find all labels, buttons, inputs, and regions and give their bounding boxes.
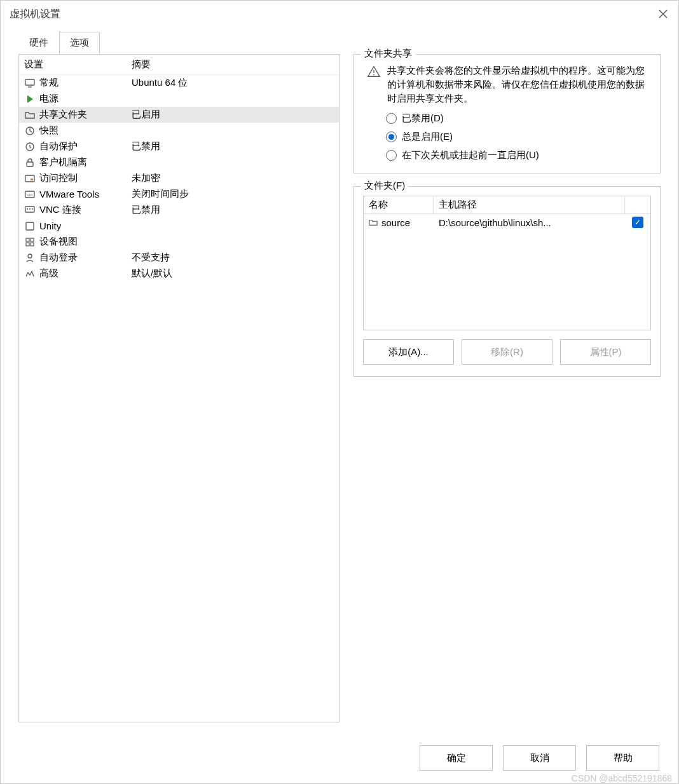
folder-sharing-label: 文件夹共享: [360, 48, 416, 60]
folder-icon: [369, 218, 378, 227]
settings-row[interactable]: 客户机隔离: [19, 154, 339, 170]
radio-always[interactable]: 总是启用(E): [386, 131, 651, 143]
settings-summary: 默认/默认: [130, 267, 339, 280]
svg-rect-6: [31, 179, 33, 180]
remove-button[interactable]: 移除(R): [462, 339, 552, 365]
close-icon[interactable]: [657, 8, 669, 20]
warning-icon: [367, 65, 381, 79]
settings-label: 共享文件夹: [39, 109, 87, 121]
settings-label: 访问控制: [39, 172, 78, 184]
settings-summary: Ubuntu 64 位: [130, 77, 339, 89]
svg-rect-13: [26, 222, 34, 230]
settings-row[interactable]: Unity: [19, 218, 339, 234]
tab-hardware[interactable]: 硬件: [18, 32, 59, 54]
watermark: CSDN @abcd552191868: [572, 773, 672, 783]
cancel-button[interactable]: 取消: [503, 745, 576, 771]
svg-point-20: [373, 74, 374, 76]
svg-rect-15: [31, 238, 34, 241]
window-title: 虚拟机设置: [10, 8, 60, 21]
advanced-icon: [24, 268, 36, 280]
settings-label: 快照: [39, 125, 58, 137]
settings-row[interactable]: 共享文件夹 已启用: [19, 107, 339, 123]
settings-row[interactable]: VNC 连接 已禁用: [19, 202, 339, 218]
table-row[interactable]: source D:\source\github\linux\sh... ✓: [364, 214, 650, 231]
radio-icon: [386, 132, 397, 142]
settings-label: 高级: [39, 267, 58, 280]
svg-rect-4: [27, 162, 33, 166]
add-button[interactable]: 添加(A)...: [363, 339, 454, 365]
radio-until[interactable]: 在下次关机或挂起前一直启用(U): [386, 149, 651, 161]
snapshot-icon: [24, 125, 36, 137]
settings-row[interactable]: 常规 Ubuntu 64 位: [19, 75, 339, 91]
settings-summary: 已禁用: [130, 140, 339, 152]
svg-point-18: [28, 254, 32, 258]
ok-button[interactable]: 确定: [420, 745, 493, 771]
settings-summary: 关闭时间同步: [130, 188, 339, 200]
radio-disabled-label: 已禁用(D): [402, 112, 444, 125]
header-setting: 设置: [19, 58, 130, 71]
tabs: 硬件 选项: [1, 31, 678, 54]
folder-enabled-checkbox[interactable]: ✓: [632, 217, 643, 228]
svg-rect-14: [26, 238, 29, 241]
settings-label: 自动保护: [39, 140, 78, 152]
folder-name: source: [381, 217, 410, 228]
radio-icon: [386, 113, 397, 124]
props-button[interactable]: 属性(P): [560, 339, 651, 365]
settings-panel: 设置 摘要 常规 Ubuntu 64 位 电源 共享文件夹 已启用 快照 自动保…: [18, 54, 340, 722]
settings-row[interactable]: 快照: [19, 123, 339, 139]
settings-label: 常规: [39, 77, 58, 89]
settings-row[interactable]: vm VMware Tools 关闭时间同步: [19, 186, 339, 202]
settings-label: VNC 连接: [39, 204, 81, 216]
tab-options[interactable]: 选项: [59, 32, 100, 54]
settings-summary: 已启用: [130, 109, 339, 121]
radio-until-label: 在下次关机或挂起前一直启用(U): [402, 149, 539, 161]
folder-share-icon: [24, 109, 36, 121]
radio-disabled[interactable]: 已禁用(D): [386, 112, 651, 125]
svg-text:vm: vm: [27, 193, 32, 197]
folders-table[interactable]: 名称 主机路径 source D:\source\github\linux\sh…: [363, 196, 651, 330]
svg-point-12: [32, 208, 33, 210]
settings-row[interactable]: 访问控制 未加密: [19, 170, 339, 186]
device-view-icon: [24, 236, 36, 248]
titlebar: 虚拟机设置: [1, 1, 678, 27]
radio-always-label: 总是启用(E): [402, 131, 453, 143]
settings-header: 设置 摘要: [19, 55, 339, 75]
settings-row[interactable]: 设备视图: [19, 234, 339, 250]
col-name: 名称: [364, 196, 434, 213]
settings-label: 设备视图: [39, 236, 78, 248]
settings-label: Unity: [39, 220, 61, 231]
help-button[interactable]: 帮助: [586, 745, 659, 771]
settings-row[interactable]: 高级 默认/默认: [19, 266, 339, 281]
play-icon: [24, 93, 36, 105]
svg-point-11: [29, 208, 31, 210]
header-summary: 摘要: [130, 58, 339, 71]
radio-icon: [386, 150, 397, 161]
svg-rect-17: [31, 243, 34, 246]
folder-sharing-group: 文件夹共享 共享文件夹会将您的文件显示给虚拟机中的程序。这可能为您的计算机和数据…: [353, 54, 661, 173]
folders-group: 文件夹(F) 名称 主机路径 source D:\source\github\l…: [353, 186, 661, 377]
folders-table-header: 名称 主机路径: [364, 196, 650, 214]
folder-path: D:\source\github\linux\sh...: [434, 215, 625, 231]
settings-summary: 不受支持: [130, 252, 339, 264]
svg-point-10: [27, 208, 28, 210]
settings-label: 自动登录: [39, 252, 78, 264]
autologin-icon: [24, 252, 36, 264]
folders-label: 文件夹(F): [360, 180, 409, 192]
settings-row[interactable]: 自动登录 不受支持: [19, 250, 339, 266]
col-path: 主机路径: [434, 196, 625, 213]
settings-row[interactable]: 自动保护 已禁用: [19, 139, 339, 154]
settings-label: 电源: [39, 93, 58, 105]
vnc-icon: [24, 205, 36, 216]
unity-icon: [24, 220, 36, 232]
monitor-icon: [24, 78, 36, 89]
clock-icon: [24, 141, 36, 152]
settings-summary: 已禁用: [130, 204, 339, 216]
vmware-icon: vm: [24, 189, 36, 200]
settings-summary: 未加密: [130, 172, 339, 184]
access-icon: [24, 173, 36, 184]
lock-icon: [24, 157, 36, 168]
col-enabled: [625, 196, 650, 213]
warning-text: 共享文件夹会将您的文件显示给虚拟机中的程序。这可能为您的计算机和数据带来风险。请…: [387, 64, 647, 105]
settings-row[interactable]: 电源: [19, 91, 339, 107]
dialog-buttons: 确定 取消 帮助: [420, 745, 659, 771]
